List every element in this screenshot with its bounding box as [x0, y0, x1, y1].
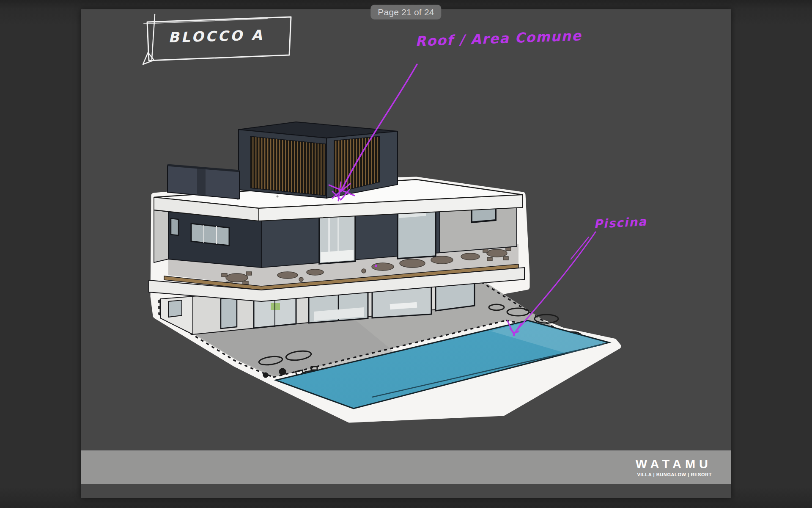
roof-boxes [167, 122, 398, 199]
ground-west-window [168, 300, 182, 317]
pool-arrow-sidestroke [571, 237, 589, 259]
villa-illustration [0, 0, 812, 508]
page-indicator-pill: Page 21 of 24 [370, 5, 441, 19]
ink-dot [375, 265, 377, 267]
footer-banner: WATAMU VILLA | BUNGALOW | RESORT [81, 450, 731, 484]
pool-annotation-label: Piscina [593, 215, 647, 232]
brand-tagline: VILLA | BUNGALOW | RESORT [637, 472, 712, 477]
roof-dot [277, 196, 279, 198]
upper-west-wall [154, 210, 168, 262]
roof-box-slats-sw [250, 136, 326, 196]
upper-window-tiny [171, 218, 178, 235]
blocco-leader-line [152, 14, 155, 59]
block-annotation-label: BLOCCO A [168, 27, 265, 46]
brand-name: WATAMU [636, 458, 712, 470]
roof-box-left-panel [197, 168, 206, 196]
app-window: Page 21 of 24 [0, 0, 812, 508]
upper-window-banded [191, 224, 229, 246]
ground-window-a [221, 298, 237, 329]
